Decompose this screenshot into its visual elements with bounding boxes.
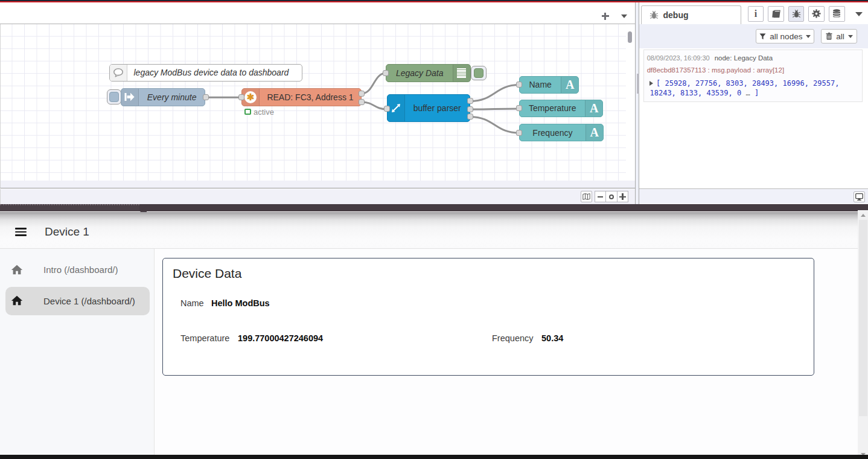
ui-text-icon: A <box>561 77 578 93</box>
debug-message-node-name: node: Legacy Data <box>715 54 773 62</box>
debug-filter-row: all nodes all <box>639 24 868 48</box>
sidebar-tab-help-button[interactable] <box>768 6 784 22</box>
debug-message-list[interactable]: 08/09/2023, 16:09:30node: Legacy Data df… <box>639 48 868 188</box>
sidebar-item-device1-label: Device 1 (/dashboard/) <box>43 296 135 306</box>
navigator-toggle-button[interactable] <box>581 191 592 202</box>
port-buffer-out-1[interactable] <box>467 98 473 104</box>
sidebar-tab-context-button[interactable] <box>829 6 845 22</box>
bug-icon <box>792 10 801 18</box>
node-status-icon <box>244 109 251 115</box>
home-icon <box>10 294 24 307</box>
dashboard-sidebar: Intro (/dashboard/) Device 1 (/dashboard… <box>0 249 155 455</box>
flow-canvas[interactable]: legacy ModBus device data to dashboard E… <box>0 24 626 181</box>
dashboard-window-top-bar <box>0 204 868 211</box>
port-buffer-in[interactable] <box>384 106 390 112</box>
port-name-in[interactable] <box>516 82 522 88</box>
debug-filter-nodes-label: all nodes <box>770 32 802 41</box>
sidebar-separator[interactable] <box>635 2 639 204</box>
port-temperature-in[interactable] <box>516 105 522 111</box>
dashboard-scrollbar[interactable] <box>858 210 868 459</box>
modbus-read-node[interactable]: ✱ READ: FC3, Address 1 <box>241 88 362 106</box>
modbus-read-node-label: READ: FC3, Address 1 <box>260 89 361 106</box>
port-modbus-out-1[interactable] <box>359 91 365 97</box>
sidebar-item-intro-label: Intro (/dashboard/) <box>43 265 118 275</box>
modbus-icon: ✱ <box>242 89 260 106</box>
open-dashboard-button[interactable] <box>854 191 865 202</box>
field-name-value: Hello ModBus <box>211 298 270 308</box>
zoom-controls <box>595 191 629 202</box>
debug-message[interactable]: 08/09/2023, 16:09:30node: Legacy Data df… <box>643 50 863 102</box>
gear-icon <box>812 9 821 18</box>
debug-message-payload[interactable]: [ 25928, 27756, 8303, 28493, 16996, 2955… <box>647 79 858 98</box>
zoom-in-button[interactable] <box>617 191 629 202</box>
card-title: Device Data <box>173 266 241 281</box>
canvas-horizontal-scrollbar[interactable] <box>0 181 635 188</box>
canvas-footer-bar <box>0 189 635 204</box>
ui-text-node-frequency-label: Frequency <box>520 124 586 141</box>
comment-node-label: legacy ModBus device data to dashboard <box>127 65 302 81</box>
device-data-card: Device Data Name Hello ModBus Temperatur… <box>162 258 814 376</box>
info-icon: i <box>755 8 757 19</box>
inject-icon <box>121 89 139 106</box>
dashboard-toolbar: Device 1 <box>0 212 858 249</box>
canvas-vertical-scrollbar[interactable] <box>626 24 635 181</box>
ui-text-icon: A <box>586 124 603 141</box>
debug-clear-label: all <box>836 32 844 41</box>
buffer-parser-icon <box>388 95 405 121</box>
comment-icon <box>110 65 127 81</box>
sidebar-item-intro[interactable]: Intro (/dashboard/) <box>0 255 155 284</box>
node-status-text: active <box>254 108 274 117</box>
debug-message-timestamp: 08/09/2023, 16:09:30 <box>647 54 710 62</box>
expand-caret-icon[interactable] <box>649 81 653 86</box>
ui-text-node-temperature[interactable]: Temperature A <box>519 100 603 117</box>
debug-node[interactable]: Legacy Data <box>386 64 471 82</box>
port-frequency-in[interactable] <box>516 130 522 136</box>
port-buffer-out-3[interactable] <box>467 114 473 120</box>
add-flow-button[interactable] <box>602 13 610 19</box>
trash-icon <box>826 33 832 40</box>
debug-node-label: Legacy Data <box>386 65 453 82</box>
bug-icon <box>649 11 659 19</box>
menu-hamburger-icon[interactable] <box>15 228 27 236</box>
sidebar-menu-chevron-icon[interactable] <box>855 12 863 16</box>
taskbar-strip <box>0 455 868 459</box>
sidebar-tab-config-button[interactable] <box>808 6 825 22</box>
flow-list-chevron-icon[interactable] <box>621 14 627 18</box>
sidebar-footer <box>639 188 868 204</box>
inject-button-inner[interactable] <box>109 92 119 102</box>
buffer-parser-node-label: buffer parser <box>405 95 470 121</box>
ui-text-icon: A <box>585 100 602 117</box>
zoom-reset-button[interactable] <box>606 191 617 202</box>
field-name-label: Name <box>180 298 204 308</box>
port-inject-out[interactable] <box>203 94 209 100</box>
ui-text-node-frequency[interactable]: Frequency A <box>519 124 604 141</box>
port-debug-in[interactable] <box>383 70 389 76</box>
sidebar-tab-debug-button[interactable] <box>788 6 805 22</box>
monitor-icon <box>855 193 863 201</box>
scrollbar-up-arrow-icon[interactable] <box>861 214 866 217</box>
dashboard-scrollbar-thumb[interactable] <box>859 220 867 416</box>
port-buffer-out-2[interactable] <box>467 106 473 112</box>
field-frequency-label: Frequency <box>492 333 534 343</box>
ui-text-node-name-label: Name <box>520 77 561 93</box>
inject-node-label: Every minute <box>139 89 205 106</box>
debug-toggle-button-inner[interactable] <box>474 68 484 79</box>
buffer-parser-node[interactable]: buffer parser <box>387 94 470 122</box>
comment-node[interactable]: legacy ModBus device data to dashboard <box>109 64 302 82</box>
database-icon <box>832 9 841 18</box>
debug-message-path: df8ecbd817357113 : msg.payload : array[1… <box>647 66 858 74</box>
ui-text-node-name[interactable]: Name A <box>519 76 579 94</box>
port-modbus-in[interactable] <box>238 94 244 100</box>
debug-filter-nodes-button[interactable]: all nodes <box>756 29 814 44</box>
canvas-vertical-scrollbar-thumb[interactable] <box>628 31 632 43</box>
sidebar-tab-debug-label: debug <box>663 10 689 20</box>
sidebar-tab-debug[interactable]: debug <box>641 5 741 24</box>
field-temperature-value: 199.77000427246094 <box>238 333 323 343</box>
port-modbus-out-2[interactable] <box>359 99 365 105</box>
book-icon <box>771 10 781 18</box>
inject-node[interactable]: Every minute <box>121 88 206 106</box>
debug-clear-button[interactable]: all <box>821 29 857 44</box>
zoom-out-button[interactable] <box>595 191 606 202</box>
sidebar-item-device1[interactable]: Device 1 (/dashboard/) <box>5 287 150 315</box>
sidebar-tab-info-button[interactable]: i <box>748 6 764 22</box>
